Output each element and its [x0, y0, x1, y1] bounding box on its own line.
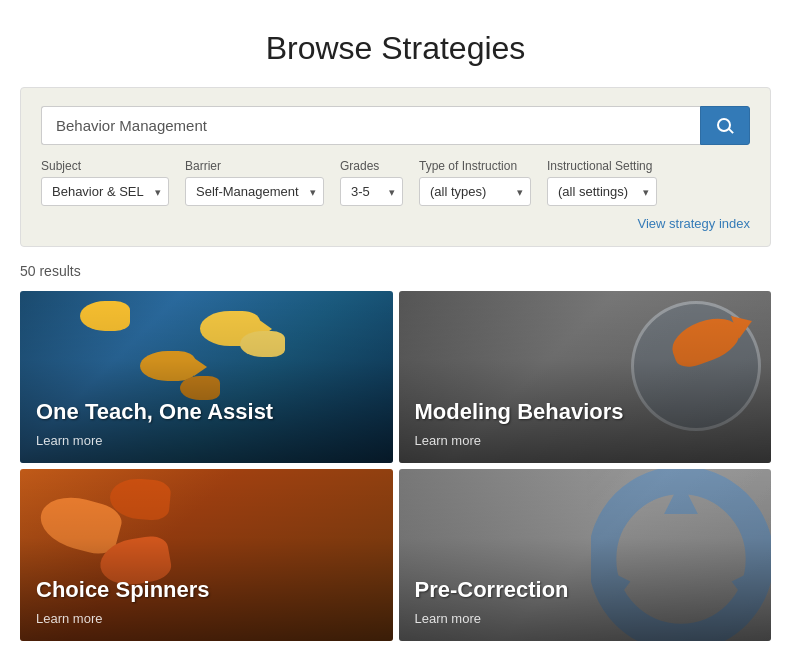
card-4-learn-more[interactable]: Learn more: [415, 611, 481, 626]
view-strategy-index-link[interactable]: View strategy index: [638, 216, 751, 231]
grades-filter-group: Grades 3-5 K-2 6-8 9-12: [340, 159, 403, 206]
barrier-select-wrapper: Self-Management Attention Motivation: [185, 177, 324, 206]
card-1-title: One Teach, One Assist: [36, 399, 377, 425]
card-1-learn-more[interactable]: Learn more: [36, 433, 102, 448]
results-count: 50 results: [20, 263, 771, 279]
type-select[interactable]: (all types) Direct Collaborative: [419, 177, 531, 206]
search-icon: [717, 118, 733, 134]
card-one-teach-one-assist[interactable]: One Teach, One Assist Learn more: [20, 291, 393, 463]
setting-filter-group: Instructional Setting (all settings) Who…: [547, 159, 657, 206]
barrier-label: Barrier: [185, 159, 324, 173]
card-2-learn-more[interactable]: Learn more: [415, 433, 481, 448]
card-3-title: Choice Spinners: [36, 577, 377, 603]
search-row: [41, 106, 750, 145]
type-select-wrapper: (all types) Direct Collaborative: [419, 177, 531, 206]
grades-select-wrapper: 3-5 K-2 6-8 9-12: [340, 177, 403, 206]
card-1-content: One Teach, One Assist Learn more: [20, 385, 393, 463]
barrier-filter-group: Barrier Self-Management Attention Motiva…: [185, 159, 324, 206]
card-4-content: Pre-Correction Learn more: [399, 563, 772, 641]
view-index-link-container: View strategy index: [41, 214, 750, 232]
subject-select[interactable]: Behavior & SEL Math Reading: [41, 177, 169, 206]
card-3-learn-more[interactable]: Learn more: [36, 611, 102, 626]
search-area: Subject Behavior & SEL Math Reading Barr…: [20, 87, 771, 247]
card-2-content: Modeling Behaviors Learn more: [399, 385, 772, 463]
barrier-select[interactable]: Self-Management Attention Motivation: [185, 177, 324, 206]
card-3-content: Choice Spinners Learn more: [20, 563, 393, 641]
setting-select-wrapper: (all settings) Whole Class Small Group: [547, 177, 657, 206]
card-2-title: Modeling Behaviors: [415, 399, 756, 425]
grades-select[interactable]: 3-5 K-2 6-8 9-12: [340, 177, 403, 206]
type-filter-group: Type of Instruction (all types) Direct C…: [419, 159, 531, 206]
subject-filter-group: Subject Behavior & SEL Math Reading: [41, 159, 169, 206]
card-pre-correction[interactable]: Pre-Correction Learn more: [399, 469, 772, 641]
page-header: Browse Strategies: [0, 0, 791, 87]
subject-select-wrapper: Behavior & SEL Math Reading: [41, 177, 169, 206]
search-input[interactable]: [41, 106, 700, 145]
page-title: Browse Strategies: [20, 30, 771, 67]
cards-grid: One Teach, One Assist Learn more Modelin…: [20, 291, 771, 641]
card-4-title: Pre-Correction: [415, 577, 756, 603]
card-choice-spinners[interactable]: Choice Spinners Learn more: [20, 469, 393, 641]
search-button[interactable]: [700, 106, 750, 145]
filters-row: Subject Behavior & SEL Math Reading Barr…: [41, 159, 750, 206]
subject-label: Subject: [41, 159, 169, 173]
setting-label: Instructional Setting: [547, 159, 657, 173]
grades-label: Grades: [340, 159, 403, 173]
card-modeling-behaviors[interactable]: Modeling Behaviors Learn more: [399, 291, 772, 463]
setting-select[interactable]: (all settings) Whole Class Small Group: [547, 177, 657, 206]
type-label: Type of Instruction: [419, 159, 531, 173]
